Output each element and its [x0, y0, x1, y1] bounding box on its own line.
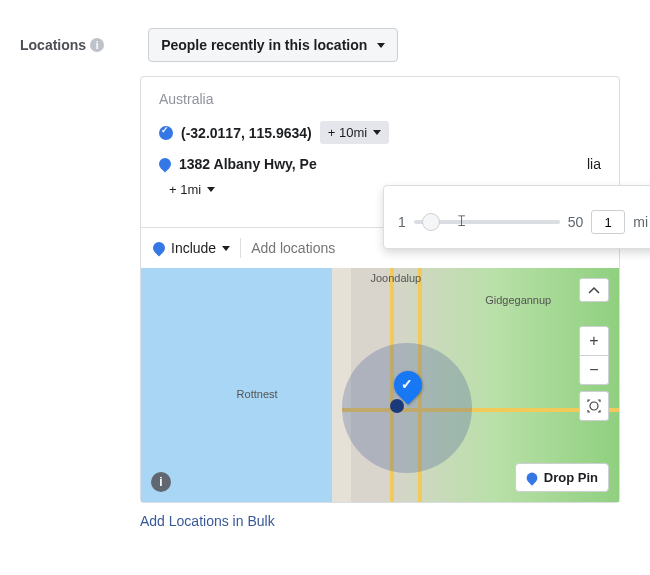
country-group-label: Australia [141, 77, 619, 115]
include-mode-dropdown[interactable]: Include [153, 240, 230, 256]
pin-icon [157, 156, 174, 173]
drop-pin-button[interactable]: Drop Pin [515, 463, 609, 492]
audience-dropdown[interactable]: People recently in this location [148, 28, 398, 62]
map-city-label: Rottnest [237, 388, 278, 400]
locations-panel: Australia (-32.0117, 115.9634) + 10mi 13… [140, 76, 620, 503]
collapse-map-button[interactable] [579, 278, 609, 302]
divider [240, 238, 241, 258]
location-text: (-32.0117, 115.9634) [181, 125, 312, 141]
pin-check-icon [159, 126, 173, 140]
radius-unit-label: mi [633, 214, 648, 230]
radius-chip-label: + 10mi [328, 125, 367, 140]
slider-thumb[interactable] [422, 213, 440, 231]
include-mode-label: Include [171, 240, 216, 256]
slider-max-label: 50 [568, 214, 584, 230]
map-ocean [141, 268, 342, 502]
radius-chip[interactable]: + 10mi [320, 121, 389, 144]
radius-chip-label: + 1mi [169, 182, 201, 197]
drop-pin-label: Drop Pin [544, 470, 598, 485]
add-locations-bulk-link[interactable]: Add Locations in Bulk [140, 513, 630, 529]
map-pin-secondary[interactable] [390, 399, 404, 413]
radius-slider[interactable]: 𝙸 [414, 220, 560, 224]
recenter-button[interactable] [579, 391, 609, 421]
pin-icon [524, 470, 539, 485]
map-city-label: Joondalup [370, 272, 421, 284]
section-label: Locations i [20, 37, 104, 53]
info-icon[interactable]: i [90, 38, 104, 52]
location-map[interactable]: Joondalup Gidgegannup Rottnest + − Drop … [141, 268, 619, 502]
location-row[interactable]: (-32.0117, 115.9634) + 10mi [141, 115, 619, 150]
zoom-in-button[interactable]: + [579, 326, 609, 356]
caret-down-icon [377, 43, 385, 48]
location-suffix: lia [587, 156, 601, 172]
slider-min-label: 1 [398, 214, 406, 230]
svg-point-0 [590, 402, 598, 410]
map-controls: + − [579, 278, 609, 421]
map-info-button[interactable]: i [151, 472, 171, 492]
radius-input[interactable] [591, 210, 625, 234]
caret-down-icon [222, 246, 230, 251]
zoom-out-button[interactable]: − [579, 355, 609, 385]
chevron-up-icon [588, 286, 600, 294]
section-label-text: Locations [20, 37, 86, 53]
caret-down-icon [373, 130, 381, 135]
pin-icon [151, 240, 168, 257]
location-row[interactable]: 1382 Albany Hwy, Pe lia [141, 150, 619, 178]
caret-down-icon [207, 187, 215, 192]
crosshair-icon [586, 398, 602, 414]
map-radius-circle [342, 343, 472, 473]
audience-dropdown-label: People recently in this location [161, 37, 367, 53]
map-city-label: Gidgegannup [485, 294, 551, 306]
text-cursor-icon: 𝙸 [456, 212, 467, 230]
location-text: 1382 Albany Hwy, Pe [179, 156, 317, 172]
radius-popover: 1 𝙸 50 mi [383, 185, 650, 249]
